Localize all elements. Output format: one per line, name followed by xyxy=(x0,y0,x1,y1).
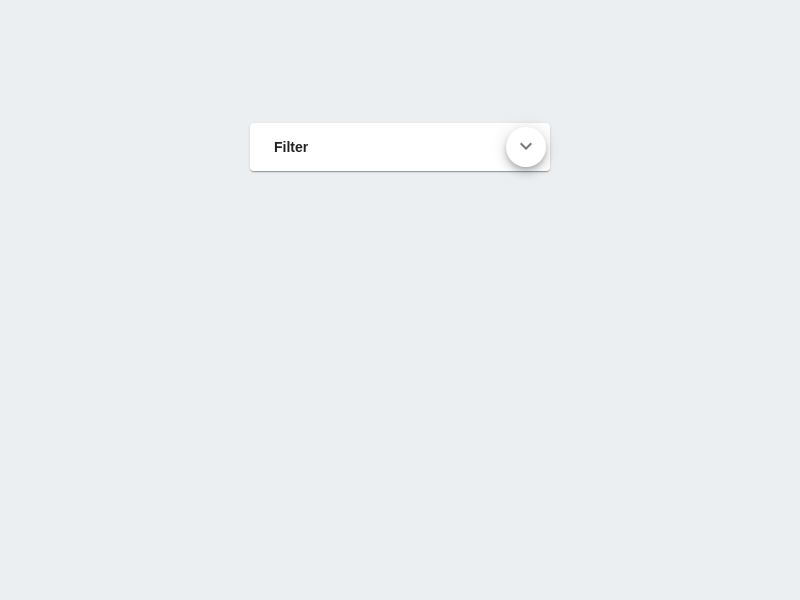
expand-more-icon xyxy=(514,134,538,161)
filter-toggle-button[interactable] xyxy=(506,127,546,167)
filter-panel-title: Filter xyxy=(274,139,502,155)
filter-panel-header[interactable]: Filter xyxy=(250,123,550,171)
filter-toggle-wrapper xyxy=(502,123,550,171)
filter-container: Filter xyxy=(250,123,550,171)
filter-panel: Filter xyxy=(250,123,550,171)
